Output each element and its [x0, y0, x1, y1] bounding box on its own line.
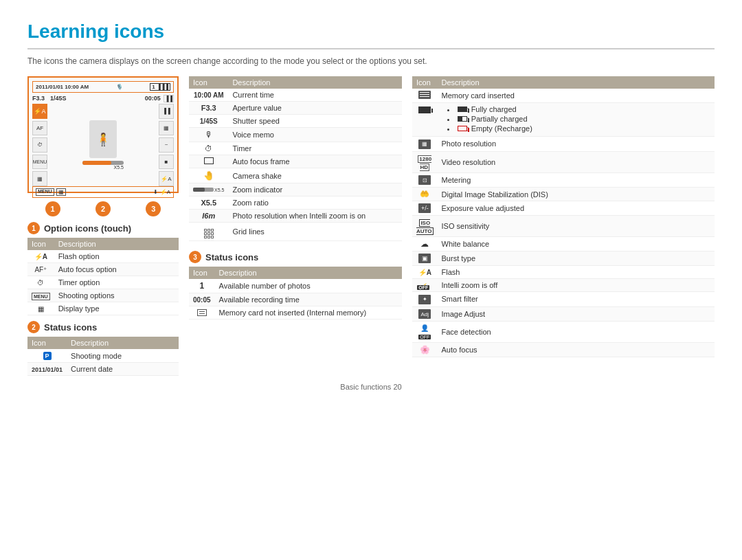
table-row: ⚡OFF Intelli zoom is off: [412, 279, 715, 292]
footer: Basic functions 20: [27, 383, 715, 391]
table-row: X5.5 Zoom ratio: [189, 197, 402, 210]
table-row: Grid lines: [189, 223, 402, 241]
intelli-zoom-off-label: Intelli zoom is off: [438, 279, 715, 292]
voice-memo-label: Voice memo: [228, 128, 402, 142]
section1-table: Icon Description ⚡A Flash option AF⁺ Aut…: [27, 238, 179, 315]
shooting-options-label: Shooting options: [54, 289, 179, 302]
table-row: ⏱ Timer option: [27, 276, 179, 289]
timer-option-label: Timer option: [54, 276, 179, 289]
mid-col-icon: Icon: [189, 76, 228, 89]
section2-table: Icon Description P Shooting mode 2011/01…: [27, 337, 179, 376]
left-column: 2011/01/01 10:00 AM 🎙️ 1 ▐▐▐ F3.3 1/45S …: [27, 76, 179, 376]
section1-col-desc: Description: [54, 238, 179, 250]
table-row: ☁ White balance: [412, 237, 715, 251]
iso-label: ISO sensitivity: [438, 216, 715, 237]
af-frame-label: Auto focus frame: [228, 155, 402, 168]
auto-focus-label: Auto focus: [438, 343, 715, 357]
burst-label: Burst type: [438, 251, 715, 266]
zoom-ratio-label: Zoom ratio: [228, 197, 402, 210]
page-subtitle: The icons the camera displays on the scr…: [27, 56, 715, 66]
photo-res-zoom-label: Photo resolution when Intelli zoom is on: [228, 210, 402, 223]
wb-label: White balance: [438, 237, 715, 251]
image-adjust-label: Image Adjust: [438, 306, 715, 322]
table-row: 🎙 Voice memo: [189, 128, 402, 142]
page-title: Learning icons: [27, 21, 715, 49]
table-row: ▦ Photo resolution: [412, 137, 715, 152]
mid-col-desc: Description: [228, 76, 402, 89]
table-row: 2011/01/01 Current date: [27, 363, 179, 376]
table-row: 🌸 Auto focus: [412, 343, 715, 357]
flash-option-label: Flash option: [54, 250, 179, 263]
section2-col-desc: Description: [67, 337, 179, 349]
table-row: Memory card not inserted (Internal memor…: [189, 306, 402, 320]
table-row: P Shooting mode: [27, 349, 179, 363]
table-row: 🤲 Digital Image Stabilization (DIS): [412, 188, 715, 201]
table-row: ✦ Smart filter: [412, 292, 715, 307]
right-table: Icon Description Memory card: [412, 76, 715, 357]
circles-row: 1 2 3: [27, 201, 179, 216]
aperture-label: Aperture value: [228, 102, 402, 115]
battery-label: : Fully charged : Partially charged : Em…: [438, 103, 715, 137]
section3-table: Icon Description 1 Available number of p…: [189, 267, 402, 320]
section3-title: Status icons: [205, 252, 258, 262]
table-row: ⊡ Metering: [412, 172, 715, 188]
section1-title: Option icons (touch): [44, 223, 131, 234]
section2-title: Status icons: [44, 322, 97, 333]
right-col-icon: Icon: [412, 76, 438, 89]
face-detection-label: Face detection: [438, 322, 715, 343]
table-row: Auto focus frame: [189, 155, 402, 168]
table-row: ISOAUTO ISO sensitivity: [412, 216, 715, 237]
table-row: 00:05 Available recording time: [189, 293, 402, 306]
section2-num: 2: [27, 321, 40, 333]
video-res-label: Video resolution: [438, 151, 715, 172]
table-row: ⏱ Timer: [189, 142, 402, 155]
camera-diagram: 2011/01/01 10:00 AM 🎙️ 1 ▐▐▐ F3.3 1/45S …: [27, 76, 179, 193]
section1-heading: 1 Option icons (touch): [27, 222, 179, 234]
photo-res-label: Photo resolution: [438, 137, 715, 152]
table-row: X5.5 Zoom indicator: [189, 183, 402, 197]
circle-1: 1: [45, 201, 60, 216]
right-col-desc: Description: [438, 76, 715, 89]
flash-label: Flash: [438, 266, 715, 279]
ev-label: Exposure value adjusted: [438, 201, 715, 216]
table-row: 🤚 Camera shake: [189, 168, 402, 183]
table-row: : Fully charged : Partially charged : Em…: [412, 103, 715, 137]
mem-card-inserted-label: Memory card inserted: [438, 89, 715, 103]
section3-num: 3: [189, 251, 201, 263]
section3-heading: 3 Status icons: [189, 251, 402, 263]
shutter-speed-label: Shutter speed: [228, 115, 402, 128]
shooting-mode-label: Shooting mode: [67, 349, 179, 363]
table-row: AF⁺ Auto focus option: [27, 263, 179, 276]
circle-3: 3: [146, 201, 161, 216]
section2-col-icon: Icon: [27, 337, 67, 349]
section3-col-desc: Description: [215, 267, 402, 279]
dis-label: Digital Image Stabilization (DIS): [438, 188, 715, 201]
camera-shake-label: Camera shake: [228, 168, 402, 183]
display-type-label: Display type: [54, 302, 179, 315]
metering-label: Metering: [438, 172, 715, 188]
section3-col-icon: Icon: [189, 267, 215, 279]
table-row: 1 Available number of photos: [189, 279, 402, 293]
table-row: ⚡A Flash: [412, 266, 715, 279]
mem-not-inserted-label: Memory card not inserted (Internal memor…: [215, 306, 402, 320]
table-row: Adj Image Adjust: [412, 306, 715, 322]
avail-photos-label: Available number of photos: [215, 279, 402, 293]
grid-lines-label: Grid lines: [228, 223, 402, 241]
table-row: 👤OFF Face detection: [412, 322, 715, 343]
menu-icon: MENU: [32, 155, 47, 170]
table-row: I6m Photo resolution when Intelli zoom i…: [189, 210, 402, 223]
current-time-label: Current time: [228, 89, 402, 102]
avail-record-time-label: Available recording time: [215, 293, 402, 306]
table-row: 1280HD Video resolution: [412, 151, 715, 172]
table-row: 1/45S Shutter speed: [189, 115, 402, 128]
table-row: ⚡A Flash option: [27, 250, 179, 263]
current-date-label: Current date: [67, 363, 179, 376]
table-row: ▦ Display type: [27, 302, 179, 315]
table-row: MENU Shooting options: [27, 289, 179, 302]
table-row: Memory card inserted: [412, 89, 715, 103]
section1-num: 1: [27, 222, 40, 234]
af-option-label: Auto focus option: [54, 263, 179, 276]
mid-table: Icon Description 10:00 AM Current time F…: [189, 76, 402, 241]
mid-column: Icon Description 10:00 AM Current time F…: [189, 76, 402, 376]
timer-label: Timer: [228, 142, 402, 155]
